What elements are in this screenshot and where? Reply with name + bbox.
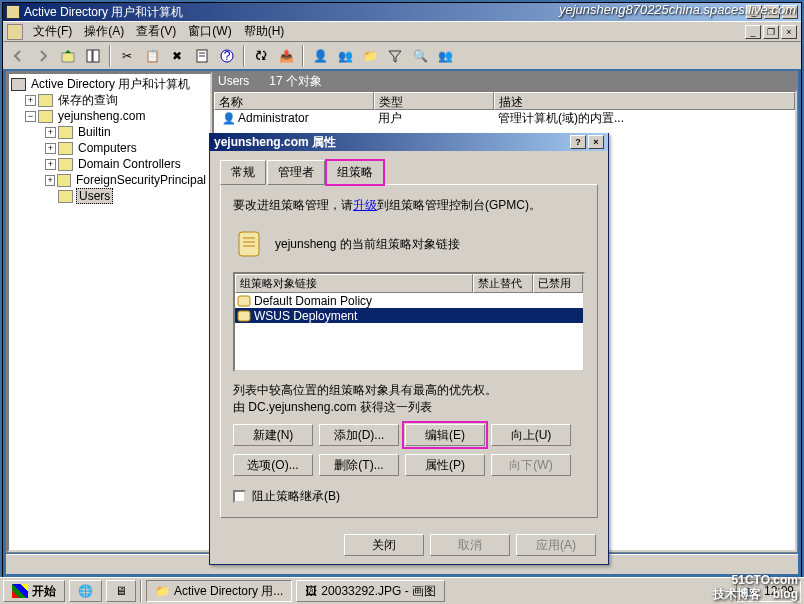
folder-icon: [58, 142, 73, 155]
child-close-button[interactable]: ×: [781, 25, 797, 39]
tree-foreign-security[interactable]: +ForeignSecurityPrincipal: [11, 172, 208, 188]
menu-action[interactable]: 操作(A): [78, 23, 130, 40]
list-header-bar: Users 17 个对象: [212, 72, 797, 90]
gpo-item-selected[interactable]: WSUS Deployment: [235, 308, 583, 323]
svg-rect-13: [238, 311, 250, 321]
edit-button[interactable]: 编辑(E): [405, 424, 485, 446]
folder-icon: [57, 174, 71, 187]
console-icon: [11, 78, 26, 91]
delete-icon[interactable]: ✖: [166, 45, 188, 67]
gpo-item[interactable]: Default Domain Policy: [235, 293, 583, 308]
new-group-icon[interactable]: 👥: [334, 45, 356, 67]
tree-saved-queries[interactable]: +保存的查询: [11, 92, 208, 108]
quick-launch-desktop[interactable]: 🖥: [106, 580, 136, 602]
block-inheritance-checkbox[interactable]: [233, 490, 246, 503]
policy-icon: [237, 310, 251, 322]
task-aduc[interactable]: 📁Active Directory 用...: [146, 580, 292, 602]
app-icon: [6, 5, 20, 19]
export-icon[interactable]: 📤: [275, 45, 297, 67]
aduc-icon: 📁: [155, 584, 170, 598]
apply-button: 应用(A): [516, 534, 596, 556]
expand-icon[interactable]: +: [25, 95, 36, 106]
toolbar: ✂ 📋 ✖ ? 🗘 📤 👤 👥 📁 🔍 👥: [3, 41, 801, 69]
tree-domain[interactable]: −yejunsheng.com: [11, 108, 208, 124]
svg-rect-8: [239, 232, 259, 256]
windows-flag-icon: [12, 584, 28, 598]
domain-icon: [38, 110, 53, 123]
gpo-list[interactable]: 组策略对象链接 禁止替代 已禁用 Default Domain Policy W…: [233, 272, 585, 372]
menu-window[interactable]: 窗口(W): [182, 23, 237, 40]
tab-managed-by[interactable]: 管理者: [267, 160, 325, 185]
tab-group-policy[interactable]: 组策略: [326, 160, 384, 185]
child-minimize-button[interactable]: _: [745, 25, 761, 39]
tree-root[interactable]: Active Directory 用户和计算机: [11, 76, 208, 92]
policy-icon: [237, 295, 251, 307]
block-inheritance-label: 阻止策略继承(B): [252, 488, 340, 505]
tree-users[interactable]: Users: [11, 188, 208, 204]
obtained-from: 由 DC.yejunsheng.com 获得这一列表: [233, 399, 585, 416]
menu-view[interactable]: 查看(V): [130, 23, 182, 40]
col-gpo-link[interactable]: 组策略对象链接: [235, 274, 473, 293]
folder-icon: [58, 126, 73, 139]
dialog-close-button[interactable]: ×: [588, 135, 604, 149]
add-button[interactable]: 添加(D)...: [319, 424, 399, 446]
properties-button[interactable]: 属性(P): [405, 454, 485, 476]
find-icon[interactable]: 🔍: [409, 45, 431, 67]
up-button[interactable]: [57, 45, 79, 67]
task-paint[interactable]: 🖼20033292.JPG - 画图: [296, 580, 445, 602]
cancel-button: 取消: [430, 534, 510, 556]
cut-icon[interactable]: ✂: [116, 45, 138, 67]
refresh-icon[interactable]: 🗘: [250, 45, 272, 67]
close-dialog-button[interactable]: 关闭: [344, 534, 424, 556]
watermark-logo: 51CTO.com 技术博客 blog: [713, 564, 798, 600]
col-desc[interactable]: 描述: [494, 92, 795, 110]
watermark-url: yejunsheng870225china.spaces.live.com: [559, 2, 796, 17]
tree-domain-controllers[interactable]: +Domain Controllers: [11, 156, 208, 172]
copy-icon[interactable]: 📋: [141, 45, 163, 67]
tree-builtin[interactable]: +Builtin: [11, 124, 208, 140]
tree-panel[interactable]: Active Directory 用户和计算机 +保存的查询 −yejunshe…: [7, 72, 212, 552]
up-button[interactable]: 向上(U): [491, 424, 571, 446]
menu-file[interactable]: 文件(F): [27, 23, 78, 40]
add-to-group-icon[interactable]: 👥: [434, 45, 456, 67]
quick-launch-ie[interactable]: 🌐: [69, 580, 102, 602]
list-item[interactable]: Administrator 用户 管理计算机(域)的内置...: [214, 110, 795, 126]
col-name[interactable]: 名称: [214, 92, 374, 110]
expand-icon[interactable]: +: [45, 127, 56, 138]
mmc-icon: [7, 24, 23, 40]
upgrade-link[interactable]: 升级: [353, 198, 377, 212]
properties-icon[interactable]: [191, 45, 213, 67]
upgrade-notice: 要改进组策略管理，请升级到组策略管理控制台(GPMC)。: [233, 197, 585, 214]
properties-dialog: yejunsheng.com 属性 ? × 常规 管理者 组策略 要改进组策略管…: [209, 133, 609, 565]
object-count: 17 个对象: [269, 73, 322, 90]
child-restore-button[interactable]: ❐: [763, 25, 779, 39]
priority-note: 列表中较高位置的组策略对象具有最高的优先权。: [233, 382, 585, 399]
taskbar: 开始 🌐 🖥 📁Active Directory 用... 🖼20033292.…: [0, 577, 804, 604]
back-button[interactable]: [7, 45, 29, 67]
expand-icon[interactable]: +: [45, 175, 55, 186]
menu-help[interactable]: 帮助(H): [238, 23, 291, 40]
collapse-icon[interactable]: −: [25, 111, 36, 122]
delete-button[interactable]: 删除(T)...: [319, 454, 399, 476]
col-type[interactable]: 类型: [374, 92, 494, 110]
tree-computers[interactable]: +Computers: [11, 140, 208, 156]
new-ou-icon[interactable]: 📁: [359, 45, 381, 67]
new-button[interactable]: 新建(N): [233, 424, 313, 446]
forward-button[interactable]: [32, 45, 54, 67]
show-hide-tree-button[interactable]: [82, 45, 104, 67]
tab-general[interactable]: 常规: [220, 160, 266, 185]
new-user-icon[interactable]: 👤: [309, 45, 331, 67]
dialog-titlebar: yejunsheng.com 属性 ? ×: [210, 133, 608, 151]
col-no-override[interactable]: 禁止替代: [473, 274, 533, 293]
help-icon[interactable]: ?: [216, 45, 238, 67]
start-button[interactable]: 开始: [3, 580, 65, 602]
filter-icon[interactable]: [384, 45, 406, 67]
expand-icon[interactable]: +: [45, 143, 56, 154]
expand-icon[interactable]: +: [45, 159, 56, 170]
ou-icon: [58, 158, 73, 171]
options-button[interactable]: 选项(O)...: [233, 454, 313, 476]
svg-rect-12: [238, 296, 250, 306]
col-disabled[interactable]: 已禁用: [533, 274, 583, 293]
dialog-help-button[interactable]: ?: [570, 135, 586, 149]
user-icon: [218, 111, 234, 125]
